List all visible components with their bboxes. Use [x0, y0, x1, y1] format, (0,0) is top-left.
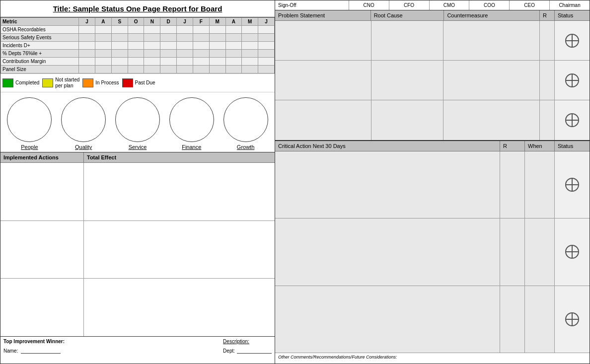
- critical-rows: [275, 151, 590, 353]
- problem-header-status: Status: [555, 10, 590, 20]
- footer-name-field[interactable]: [21, 347, 61, 354]
- signoff-cfo: CFO: [389, 0, 430, 10]
- actions-section: Implemented Actions Total Effect: [0, 152, 275, 336]
- col-m1: M: [209, 18, 225, 26]
- problem-header-counter: Countermeasure: [444, 10, 540, 20]
- signoff-cmo: CMO: [430, 0, 470, 10]
- critical-header-r: R: [500, 141, 525, 151]
- footer-right: Description: Dept:: [223, 339, 272, 354]
- cr-when-cell: [525, 151, 555, 218]
- critical-header: Critical Action Next 30 Days R When Stat…: [275, 141, 590, 151]
- critical-header-status: Status: [555, 141, 590, 151]
- metric-name: OSHA Recordables: [1, 26, 79, 34]
- actions-cell-left: [0, 221, 84, 279]
- footer-name-label: Name:: [3, 348, 18, 354]
- col-j3: J: [258, 18, 275, 26]
- circle-finance: Finance: [169, 97, 214, 150]
- pr-statement-cell: [275, 100, 371, 140]
- col-f: F: [193, 18, 209, 26]
- problem-row: [275, 61, 590, 100]
- metric-name: Contribution Margin: [1, 58, 79, 66]
- circle-service: Service: [115, 97, 160, 150]
- problem-row: [275, 21, 590, 61]
- cr-r-cell: [500, 151, 525, 218]
- actions-cell-right: [84, 163, 275, 220]
- cr-r-cell: [500, 218, 525, 285]
- pr-root-cell: [371, 100, 444, 140]
- circle-shape-service: [115, 97, 160, 142]
- col-s: S: [111, 18, 128, 26]
- actions-cell-right: [84, 279, 275, 336]
- status-icon: [565, 312, 579, 326]
- legend-section: Completed Not startedper plan In Process…: [0, 73, 275, 92]
- circle-growth: Growth: [223, 97, 268, 150]
- pr-counter-cell: [443, 21, 540, 60]
- cr-action-cell: [275, 218, 500, 285]
- circle-quality: Quality: [61, 97, 106, 150]
- signoff-cno: CNO: [349, 0, 389, 10]
- problem-header: Problem Statement Root Cause Countermeas…: [275, 10, 590, 21]
- signoff-chairman: Chairman: [550, 0, 590, 10]
- metric-name: Panel Size: [1, 66, 79, 73]
- signoff-label: Sign-Off: [275, 0, 349, 10]
- footer-dept-label: Dept:: [223, 348, 235, 354]
- critical-row: [275, 218, 590, 286]
- table-row: Panel Size: [1, 66, 275, 73]
- circle-shape-finance: [169, 97, 214, 142]
- other-comments: Other Comments/Recommendations/Future Co…: [275, 353, 590, 364]
- cr-when-cell: [525, 286, 555, 353]
- signoff-header: Sign-Off CNO CFO CMO COO CEO Chairman: [275, 0, 590, 10]
- metric-name: Serious Safety Events: [1, 34, 79, 42]
- metrics-section: Metric J A S O N D J F M A M J: [0, 17, 275, 73]
- signoff-coo: COO: [469, 0, 510, 10]
- status-icon: [565, 113, 579, 127]
- right-panel: Sign-Off CNO CFO CMO COO CEO Chairman Pr…: [275, 0, 590, 364]
- legend-label-completed: Completed: [15, 80, 39, 86]
- circle-label-growth: Growth: [237, 144, 254, 150]
- actions-col2-header: Total Effect: [84, 152, 119, 162]
- problem-section: Problem Statement Root Cause Countermeas…: [275, 10, 590, 141]
- footer-dept-row: Dept:: [223, 347, 272, 354]
- status-icon: [565, 73, 579, 87]
- pr-root-cell: [371, 21, 444, 60]
- col-m2: M: [242, 18, 258, 26]
- cr-status-cell: [555, 286, 590, 353]
- footer-name-row: Name:: [3, 347, 218, 354]
- page-title: Title: Sample Status One Page Report for…: [0, 0, 275, 17]
- problem-row: [275, 100, 590, 140]
- pr-statement-cell: [275, 21, 371, 60]
- status-icon: [565, 178, 579, 192]
- footer-section: Top Improvement Winner: Name: Descriptio…: [0, 336, 275, 364]
- legend-completed: Completed: [2, 78, 39, 87]
- pr-root-cell: [371, 61, 444, 100]
- actions-cell-left: [0, 279, 84, 336]
- circles-section: People Quality Service Finance Growth: [0, 92, 275, 152]
- critical-row: [275, 286, 590, 353]
- footer-description-label: Description:: [223, 339, 272, 344]
- legend-not-started: Not startedper plan: [42, 77, 79, 89]
- circle-label-quality: Quality: [75, 144, 92, 150]
- circle-shape-growth: [223, 97, 268, 142]
- footer-content: Top Improvement Winner: Name:: [3, 339, 218, 354]
- cr-action-cell: [275, 151, 500, 218]
- problem-header-r: R: [540, 10, 555, 20]
- circle-people: People: [7, 97, 52, 150]
- pr-r-cell: [540, 21, 555, 60]
- legend-past-due: Past Due: [122, 78, 155, 87]
- cr-status-cell: [555, 151, 590, 218]
- pr-r-cell: [540, 100, 555, 140]
- legend-label-past-due: Past Due: [135, 80, 155, 86]
- legend-color-in-process: [82, 78, 93, 87]
- status-icon: [565, 245, 579, 259]
- pr-r-cell: [540, 61, 555, 100]
- legend-color-past-due: [122, 78, 133, 87]
- cr-action-cell: [275, 286, 500, 353]
- footer-top-label: Top Improvement Winner:: [3, 339, 65, 344]
- col-n: N: [144, 18, 160, 26]
- actions-cell-right: [84, 221, 275, 279]
- metric-name: Incidents D+: [1, 42, 79, 50]
- signoff-ceo: CEO: [510, 0, 550, 10]
- actions-cell-left: [0, 163, 84, 220]
- cr-r-cell: [500, 286, 525, 353]
- footer-dept-field[interactable]: [237, 347, 272, 354]
